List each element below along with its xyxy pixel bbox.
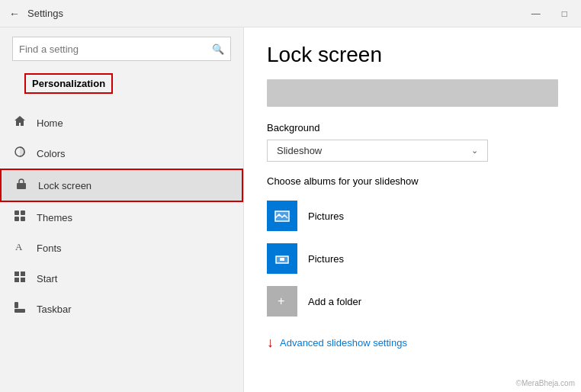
svg-rect-9 bbox=[14, 278, 19, 282]
svg-point-14 bbox=[278, 214, 281, 217]
app-title: Settings bbox=[27, 8, 527, 19]
sidebar-label-fonts: Fonts bbox=[37, 243, 62, 254]
watermark: ©MeraBheja.com bbox=[516, 379, 575, 387]
fonts-icon: A bbox=[12, 240, 27, 255]
pictures1-icon bbox=[267, 201, 297, 231]
sidebar-item-home[interactable]: Home bbox=[0, 108, 243, 138]
add-folder-icon: + bbox=[267, 286, 297, 316]
pictures2-icon bbox=[267, 243, 297, 274]
album-list: Pictures Pictures + Add a folder bbox=[267, 198, 558, 320]
svg-text:A: A bbox=[15, 241, 23, 252]
sidebar-item-taskbar[interactable]: Taskbar bbox=[0, 294, 243, 324]
themes-icon bbox=[12, 210, 27, 225]
maximize-button[interactable]: □ bbox=[557, 7, 572, 21]
svg-rect-16 bbox=[280, 258, 284, 261]
search-box[interactable]: 🔍 bbox=[12, 37, 231, 61]
sidebar-item-start[interactable]: Start bbox=[0, 263, 243, 294]
sidebar-item-colors[interactable]: Colors bbox=[0, 138, 243, 169]
sidebar-label-themes: Themes bbox=[37, 212, 72, 223]
home-icon bbox=[12, 115, 27, 130]
arrow-down-icon: ↓ bbox=[267, 335, 274, 351]
back-button[interactable]: ← bbox=[9, 8, 20, 20]
personalization-label: Personalization bbox=[24, 73, 113, 94]
choose-albums-label: Choose albums for your slideshow bbox=[267, 175, 558, 187]
background-label: Background bbox=[267, 122, 558, 133]
chevron-down-icon: ⌄ bbox=[471, 146, 478, 156]
svg-rect-10 bbox=[21, 278, 25, 282]
svg-rect-5 bbox=[21, 217, 25, 221]
sidebar-label-taskbar: Taskbar bbox=[37, 304, 72, 315]
sidebar-label-start: Start bbox=[37, 273, 57, 284]
album-name-pictures1: Pictures bbox=[308, 210, 344, 222]
minimize-button[interactable]: — bbox=[527, 7, 545, 21]
search-input[interactable] bbox=[19, 43, 212, 55]
album-item-pictures1[interactable]: Pictures bbox=[267, 198, 558, 234]
window-controls: — □ bbox=[527, 7, 572, 21]
svg-rect-7 bbox=[14, 272, 19, 276]
colors-icon bbox=[12, 146, 27, 161]
main-container: 🔍 Personalization Home Colors Lock scree… bbox=[0, 27, 581, 392]
add-folder-item[interactable]: + Add a folder bbox=[267, 283, 558, 320]
sidebar: 🔍 Personalization Home Colors Lock scree… bbox=[0, 27, 244, 392]
advanced-link-container: ↓ Advanced slideshow settings bbox=[267, 335, 558, 351]
dropdown-value: Slideshow bbox=[277, 145, 322, 156]
svg-rect-4 bbox=[14, 217, 19, 221]
album-item-pictures2[interactable]: Pictures bbox=[267, 240, 558, 277]
advanced-slideshow-link[interactable]: Advanced slideshow settings bbox=[280, 337, 407, 349]
add-folder-label: Add a folder bbox=[308, 296, 361, 307]
sidebar-label-home: Home bbox=[37, 117, 63, 129]
taskbar-icon bbox=[12, 301, 27, 316]
svg-rect-8 bbox=[21, 272, 25, 276]
lock-screen-preview bbox=[267, 79, 558, 107]
sidebar-label-colors: Colors bbox=[37, 148, 66, 159]
svg-rect-1 bbox=[17, 183, 26, 189]
svg-text:+: + bbox=[278, 294, 284, 307]
start-icon bbox=[12, 271, 27, 286]
sidebar-item-themes[interactable]: Themes bbox=[0, 202, 243, 233]
content-area: Lock screen Background Slideshow ⌄ Choos… bbox=[244, 27, 581, 392]
sidebar-item-lock-screen[interactable]: Lock screen bbox=[0, 169, 243, 202]
sidebar-item-fonts[interactable]: A Fonts bbox=[0, 233, 243, 263]
page-title: Lock screen bbox=[267, 43, 558, 67]
svg-rect-2 bbox=[14, 210, 19, 215]
lock-screen-icon bbox=[14, 178, 29, 193]
background-dropdown[interactable]: Slideshow ⌄ bbox=[267, 140, 488, 162]
svg-rect-11 bbox=[14, 309, 25, 313]
sidebar-label-lock-screen: Lock screen bbox=[38, 180, 91, 191]
svg-rect-3 bbox=[21, 210, 25, 215]
search-icon: 🔍 bbox=[212, 43, 224, 55]
svg-rect-12 bbox=[14, 302, 18, 308]
title-bar: ← Settings — □ bbox=[0, 0, 581, 27]
album-name-pictures2: Pictures bbox=[308, 253, 344, 265]
